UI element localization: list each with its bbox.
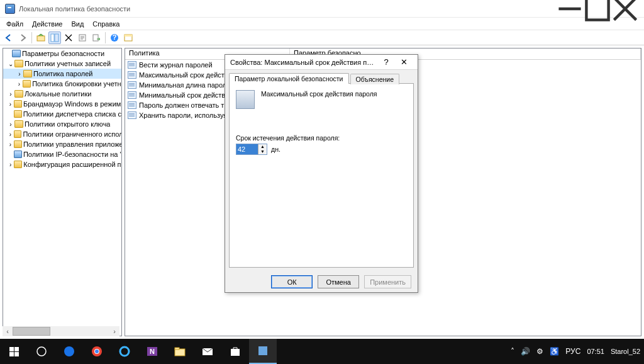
delete-button[interactable] bbox=[62, 31, 75, 44]
toolbar-separator bbox=[31, 32, 32, 43]
folder-icon bbox=[14, 60, 23, 67]
svg-text:N: N bbox=[150, 348, 155, 355]
task-ie[interactable] bbox=[111, 339, 138, 364]
tree-item-app-control[interactable]: ›Политики управления приложени bbox=[3, 139, 121, 149]
svg-point-11 bbox=[64, 346, 74, 356]
task-chrome[interactable] bbox=[83, 339, 111, 364]
folder-icon bbox=[14, 100, 22, 108]
task-secpol[interactable] bbox=[249, 339, 277, 364]
start-button[interactable] bbox=[0, 339, 28, 364]
tree-panel: Параметры безопасности ⌄Политики учетных… bbox=[3, 48, 122, 336]
folder-icon bbox=[23, 80, 31, 88]
svg-rect-1 bbox=[37, 36, 45, 41]
properties-pane-button[interactable] bbox=[48, 31, 61, 44]
task-edge[interactable] bbox=[55, 339, 83, 364]
ok-button[interactable]: ОК bbox=[271, 275, 313, 288]
task-store[interactable] bbox=[221, 339, 249, 364]
tree-item-network-list[interactable]: Политики диспетчера списка сете bbox=[3, 109, 121, 119]
maximize-button[interactable] bbox=[584, 0, 611, 18]
ipsec-icon bbox=[14, 151, 22, 158]
policy-icon bbox=[128, 81, 136, 89]
tree-item-pki[interactable]: ›Политики открытого ключа bbox=[3, 119, 121, 129]
svg-rect-5 bbox=[93, 35, 98, 41]
dialog-title: Свойства: Максимальный срок действия пар… bbox=[230, 59, 377, 66]
svg-rect-22 bbox=[258, 346, 267, 355]
help-button[interactable]: ? bbox=[108, 31, 121, 44]
tree-item-password[interactable]: ›Политика паролей bbox=[3, 69, 121, 79]
days-spinner[interactable]: ▲ ▼ bbox=[236, 144, 267, 155]
menu-action[interactable]: Действие bbox=[32, 20, 62, 28]
spin-down-button[interactable]: ▼ bbox=[258, 149, 267, 154]
tab-explain[interactable]: Объяснение bbox=[350, 74, 399, 84]
tray-volume-icon[interactable]: 🔊 bbox=[521, 347, 530, 356]
menubar: Файл Действие Вид Справка bbox=[0, 18, 644, 30]
scroll-right-button[interactable]: › bbox=[109, 326, 119, 336]
folder-icon bbox=[14, 90, 23, 98]
tree-item-audit[interactable]: ›Конфигурация расширенной пол bbox=[3, 159, 121, 169]
export-button[interactable] bbox=[90, 31, 103, 44]
tab-local-setting[interactable]: Параметр локальной безопасности bbox=[229, 73, 349, 84]
menu-help[interactable]: Справка bbox=[92, 20, 119, 28]
tray-clock[interactable]: 07:51 bbox=[587, 348, 604, 355]
tree-item-lockout[interactable]: ›Политика блокировки учетной bbox=[3, 79, 121, 89]
policy-icon bbox=[128, 71, 136, 79]
tree-item-srp[interactable]: ›Политики ограниченного использо bbox=[3, 129, 121, 139]
tree-root[interactable]: Параметры безопасности bbox=[3, 48, 121, 59]
days-unit: дн. bbox=[271, 145, 280, 153]
svg-rect-19 bbox=[175, 348, 179, 350]
policy-large-icon bbox=[236, 90, 255, 109]
tree-item-ipsec[interactable]: Политики IP-безопасности на "Ло bbox=[3, 149, 121, 159]
dialog-buttons: ОК Отмена Применить bbox=[225, 271, 418, 292]
refresh-all-button[interactable] bbox=[122, 31, 135, 44]
dialog-tabs: Параметр локальной безопасности Объяснен… bbox=[225, 70, 418, 83]
app-icon bbox=[5, 4, 15, 14]
spin-up-button[interactable]: ▲ bbox=[258, 144, 267, 149]
scroll-thumb[interactable] bbox=[13, 327, 50, 336]
toolbar-separator bbox=[105, 32, 106, 43]
tree-item-local[interactable]: ›Локальные политики bbox=[3, 89, 121, 99]
window-titlebar: Локальная политика безопасности bbox=[0, 0, 644, 18]
days-input[interactable] bbox=[236, 144, 258, 154]
svg-rect-3 bbox=[55, 34, 58, 42]
tray-network-icon[interactable]: ⚙ bbox=[536, 347, 543, 356]
cancel-button[interactable]: Отмена bbox=[318, 275, 359, 288]
task-mail[interactable] bbox=[194, 339, 221, 364]
back-button[interactable] bbox=[3, 31, 15, 44]
tree-item-firewall[interactable]: ›Брандмауэр Windows в режиме п bbox=[3, 99, 121, 109]
policy-icon bbox=[128, 91, 136, 99]
tree-hscrollbar[interactable]: ‹ › bbox=[3, 326, 119, 336]
tray-ease-icon[interactable]: ♿ bbox=[550, 347, 559, 356]
folder-icon bbox=[14, 120, 23, 128]
windows-logo-icon bbox=[9, 347, 19, 356]
dialog-page: Максимальный срок действия пароля Срок и… bbox=[229, 83, 414, 268]
toolbar: ? bbox=[0, 30, 644, 45]
folder-icon bbox=[14, 140, 22, 148]
shield-icon bbox=[12, 50, 21, 57]
folder-icon bbox=[14, 130, 22, 138]
close-button[interactable] bbox=[611, 0, 639, 18]
svg-rect-2 bbox=[51, 34, 54, 42]
task-explorer[interactable] bbox=[166, 339, 194, 364]
policy-icon bbox=[128, 101, 136, 109]
folder-icon bbox=[14, 110, 22, 118]
menu-view[interactable]: Вид bbox=[71, 20, 84, 28]
folder-icon bbox=[14, 161, 22, 168]
minimize-button[interactable] bbox=[556, 0, 584, 18]
scroll-left-button[interactable]: ‹ bbox=[3, 326, 13, 336]
tray-lang[interactable]: РУС bbox=[565, 347, 580, 356]
properties-button[interactable] bbox=[76, 31, 89, 44]
tree-item-account[interactable]: ⌄Политики учетных записей bbox=[3, 59, 121, 69]
dialog-help-button[interactable]: ? bbox=[377, 57, 395, 67]
task-onenote[interactable]: N bbox=[138, 339, 166, 364]
forward-button[interactable] bbox=[16, 31, 29, 44]
task-cortana[interactable] bbox=[28, 339, 55, 364]
svg-point-14 bbox=[95, 350, 99, 353]
tray-chevron-up-icon[interactable]: ˄ bbox=[511, 347, 514, 356]
dialog-close-button[interactable]: ✕ bbox=[395, 57, 413, 67]
up-button[interactable] bbox=[35, 31, 47, 44]
menu-file[interactable]: Файл bbox=[6, 20, 23, 28]
svg-rect-21 bbox=[231, 349, 240, 356]
svg-text:?: ? bbox=[113, 33, 117, 41]
svg-rect-18 bbox=[175, 349, 185, 356]
apply-button[interactable]: Применить bbox=[364, 275, 411, 288]
